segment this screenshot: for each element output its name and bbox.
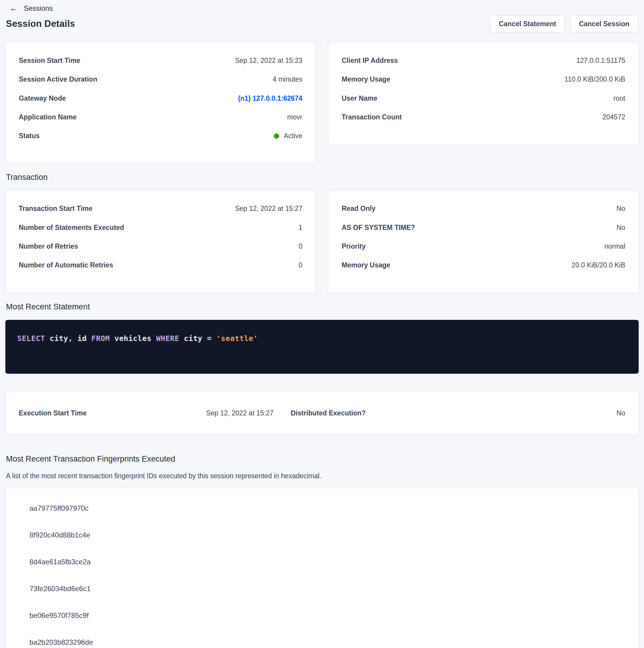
field-label: Transaction Start Time: [19, 205, 93, 212]
back-link-sessions[interactable]: Sessions: [24, 4, 53, 12]
fingerprint-item: aa79775ff097970c: [30, 504, 625, 512]
sql-text: vehicles: [110, 334, 156, 343]
field-memory-usage: Memory Usage 110.0 KiB/200.0 KiB: [342, 76, 625, 83]
field-value: normal: [604, 243, 625, 250]
field-value: 20.0 KiB/20.0 KiB: [572, 262, 625, 269]
sql-string-literal: 'seattle': [216, 334, 258, 343]
field-label: Number of Statements Executed: [19, 224, 124, 231]
field-read-only: Read Only No: [342, 205, 625, 212]
field-gateway-node: Gateway Node (n1) 127.0.0.1:62674: [19, 95, 302, 102]
distributed-execution-label: Distributed Execution?: [274, 409, 504, 417]
fingerprints-heading: Most Recent Transaction Fingerprints Exe…: [6, 454, 638, 464]
transaction-card-right: Read Only No AS OF SYSTEM TIME? No Prior…: [328, 190, 639, 292]
field-value: 0: [298, 243, 302, 250]
field-value: Sep 12, 2022 at 15:27: [235, 205, 302, 212]
page-header: Session Details Cancel Statement Cancel …: [6, 15, 638, 32]
field-value: movr: [287, 113, 302, 121]
field-value: No: [617, 205, 625, 212]
field-label: Priority: [342, 243, 366, 250]
field-number-of-retries: Number of Retries 0: [19, 243, 302, 250]
field-label: Status: [19, 132, 40, 140]
field-value: 1: [298, 224, 302, 231]
fingerprint-item: 8f920c40d88b1c4e: [30, 531, 625, 539]
field-user-name: User Name root: [342, 95, 625, 102]
session-summary-row: Session Start Time Sep 12, 2022 at 15:23…: [5, 42, 639, 163]
field-label: Session Active Duration: [19, 76, 97, 83]
field-value: No: [617, 224, 625, 231]
status-badge: Active: [274, 132, 302, 140]
field-session-start-time: Session Start Time Sep 12, 2022 at 15:23: [19, 57, 302, 64]
execution-start-time-label: Execution Start Time: [19, 409, 200, 417]
fingerprint-item: 73fe26034bd6e6c1: [30, 585, 625, 593]
sql-statement-box: SELECT city, id FROM vehicles WHERE city…: [5, 320, 639, 374]
field-value: Sep 12, 2022 at 15:23: [235, 57, 302, 64]
field-label: Client IP Address: [342, 57, 398, 64]
field-label: Memory Usage: [342, 262, 391, 269]
field-value: 110.0 KiB/200.0 KiB: [565, 76, 625, 83]
field-label: Application Name: [19, 113, 76, 121]
field-value: root: [613, 95, 625, 102]
field-value: 204572: [602, 113, 625, 121]
field-label: Read Only: [342, 205, 375, 212]
field-label: User Name: [342, 95, 377, 102]
sql-keyword: SELECT: [17, 334, 45, 343]
field-status: Status Active: [19, 132, 302, 140]
transaction-card-left: Transaction Start Time Sep 12, 2022 at 1…: [5, 190, 316, 292]
sql-keyword: FROM: [92, 334, 110, 343]
field-statements-executed: Number of Statements Executed 1: [19, 224, 302, 231]
field-label: Transaction Count: [342, 113, 402, 121]
session-summary-card-right: Client IP Address 127.0.0.1:51175 Memory…: [328, 42, 639, 145]
transaction-row: Transaction Start Time Sep 12, 2022 at 1…: [5, 190, 639, 292]
sql-text: city, id: [45, 334, 92, 343]
session-summary-card-left: Session Start Time Sep 12, 2022 at 15:23…: [5, 42, 316, 163]
field-as-of-system-time: AS OF SYSTEM TIME? No: [342, 224, 625, 231]
execution-start-time-value: Sep 12, 2022 at 15:27: [200, 409, 274, 417]
status-active-dot-icon: [274, 133, 279, 139]
fingerprints-card: aa79775ff097970c 8f920c40d88b1c4e 8d4ae6…: [5, 488, 639, 648]
field-label: Number of Automatic Retries: [19, 262, 113, 269]
distributed-execution-value: No: [504, 409, 625, 417]
gateway-node-link[interactable]: (n1) 127.0.0.1:62674: [238, 95, 302, 102]
fingerprints-description: A list of the most recent transaction fi…: [6, 472, 638, 480]
field-label: Memory Usage: [342, 76, 391, 83]
execution-summary-card: Execution Start Time Sep 12, 2022 at 15:…: [5, 392, 639, 435]
cancel-session-button[interactable]: Cancel Session: [570, 15, 638, 32]
field-application-name: Application Name movr: [19, 113, 302, 121]
status-value: Active: [284, 132, 302, 140]
breadcrumb: ← Sessions: [5, 0, 639, 13]
header-buttons: Cancel Statement Cancel Session: [490, 15, 638, 32]
field-value: 4 minutes: [273, 76, 302, 83]
field-client-ip-address: Client IP Address 127.0.0.1:51175: [342, 57, 625, 64]
field-txn-memory-usage: Memory Usage 20.0 KiB/20.0 KiB: [342, 262, 625, 269]
field-transaction-start-time: Transaction Start Time Sep 12, 2022 at 1…: [19, 205, 302, 212]
transaction-section-heading: Transaction: [6, 173, 638, 182]
field-value: 0: [298, 262, 302, 269]
field-label: Session Start Time: [19, 57, 80, 64]
field-transaction-count: Transaction Count 204572: [342, 113, 625, 121]
field-session-active-duration: Session Active Duration 4 minutes: [19, 76, 302, 83]
fingerprint-item: ba2b203b823296de: [30, 638, 625, 647]
field-priority: Priority normal: [342, 243, 625, 250]
field-label: Number of Retries: [19, 243, 78, 250]
cancel-statement-button[interactable]: Cancel Statement: [490, 15, 565, 32]
arrow-left-icon[interactable]: ←: [9, 4, 18, 12]
field-label: AS OF SYSTEM TIME?: [342, 224, 415, 231]
sql-text: city =: [179, 334, 216, 343]
sql-keyword: WHERE: [156, 334, 179, 343]
field-value: 127.0.0.1:51175: [576, 57, 625, 64]
page-title: Session Details: [6, 18, 75, 29]
fingerprint-item: 8d4ae61a5fb3ce2a: [30, 558, 625, 566]
most-recent-statement-heading: Most Recent Statement: [6, 302, 638, 312]
field-automatic-retries: Number of Automatic Retries 0: [19, 262, 302, 269]
session-details-page: ← Sessions Session Details Cancel Statem…: [0, 0, 644, 648]
field-label: Gateway Node: [19, 95, 66, 102]
fingerprint-item: be06e9570f785c9f: [30, 611, 625, 620]
